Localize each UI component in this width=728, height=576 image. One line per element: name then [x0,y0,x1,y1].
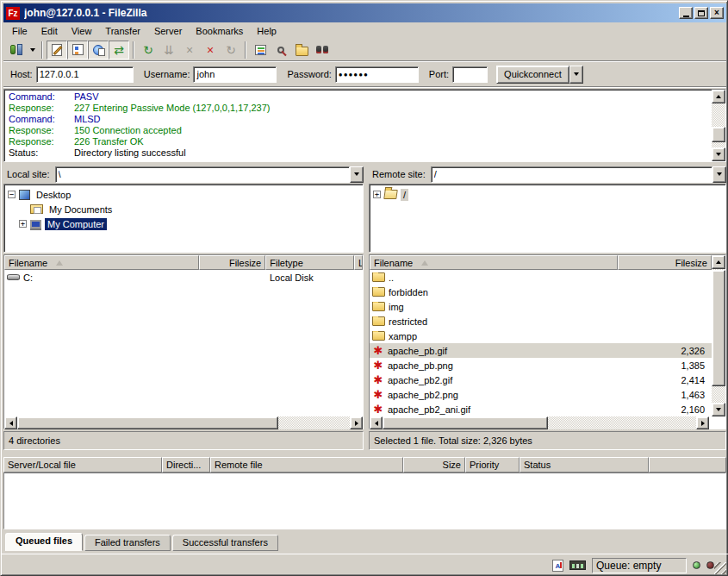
refresh-button[interactable]: ↻ [138,41,159,59]
host-input[interactable] [36,66,134,83]
remote-file-row[interactable]: forbidden [370,285,725,299]
menu-bookmarks[interactable]: Bookmarks [189,23,250,39]
local-site-combo[interactable] [55,166,364,183]
directory-comparison-button[interactable] [271,41,291,59]
remote-file-row[interactable]: .. [370,270,725,285]
synchronized-browsing-button[interactable] [291,41,312,59]
tab-queued-files[interactable]: Queued files [5,533,83,551]
remote-scroll-up-button[interactable] [712,255,725,269]
reconnect-button[interactable]: ↻ [221,41,241,59]
remote-file-row[interactable]: img [370,299,725,314]
close-button[interactable]: × [710,7,724,19]
process-queue-button[interactable]: ⇊ [159,41,179,59]
tab-successful-transfers[interactable]: Successful transfers [172,535,278,551]
remote-site-combo[interactable] [431,166,726,183]
remote-column-filename[interactable]: Filename [370,255,618,270]
remote-file-row-selected[interactable]: ✱apache_pb.gif 2,326 [370,343,725,358]
collapse-icon[interactable]: − [8,191,16,198]
remote-file-row[interactable]: ✱apache_pb2_ani.gif 2,160 [370,402,725,416]
remote-file-row[interactable]: xampp [370,329,725,343]
arrow-right-icon [355,421,358,426]
menu-server[interactable]: Server [147,23,189,39]
toggle-remote-tree-button[interactable] [88,41,109,59]
remote-site-dropdown[interactable] [712,166,726,183]
site-manager-button[interactable] [6,41,27,59]
tree-item-my-documents[interactable]: My Documents [19,202,363,216]
log-line: Response:150 Connection accepted [9,125,725,136]
queue-column-priority[interactable]: Priority [465,457,520,473]
tab-failed-transfers[interactable]: Failed transfers [84,535,171,551]
remote-scroll-right-button[interactable] [696,416,709,429]
local-scroll-right-button[interactable] [350,416,363,429]
log-scrollbar-thumb[interactable] [712,127,725,142]
transfer-type-indicator-icon[interactable]: A [552,560,563,572]
local-column-lastmodified[interactable]: L [354,255,363,270]
remote-site-input[interactable] [431,166,712,183]
find-files-button[interactable] [312,41,333,59]
local-site-dropdown[interactable] [350,166,364,183]
site-manager-dropdown[interactable] [27,41,38,59]
local-column-filesize[interactable]: Filesize [199,255,265,270]
toolbar-separator [41,41,43,59]
local-file-pane: Filename Filesize Filetype L C: Local Di… [3,254,364,429]
menu-edit[interactable]: Edit [34,23,65,39]
username-input[interactable] [193,66,277,83]
tree-item-my-computer[interactable]: + My Computer [19,216,363,231]
remote-column-filesize[interactable]: Filesize [618,255,712,270]
queue-column-server-local-file[interactable]: Server/Local file [3,457,162,473]
queue-column-status[interactable]: Status [520,457,649,473]
menu-help[interactable]: Help [250,23,283,39]
disconnect-button[interactable]: × [200,41,221,59]
toolbar-separator [133,41,134,59]
remote-file-row[interactable]: ✱apache_pb.png 1,385 [370,358,725,373]
remote-vscroll-thumb[interactable] [712,270,725,386]
queue-column-direction[interactable]: Directi... [162,457,210,473]
cancel-operation-button[interactable]: × [179,41,200,59]
remote-file-row[interactable]: restricted [370,314,725,329]
folder-icon [372,302,385,311]
password-label: Password: [287,69,331,79]
queue-column-size[interactable]: Size [403,457,465,473]
remote-scroll-left-button[interactable] [370,416,383,429]
menu-transfer[interactable]: Transfer [98,23,147,39]
socket-indicator-icon[interactable] [569,560,586,570]
folder-icon [372,316,385,326]
menu-view[interactable]: View [65,23,99,39]
local-site-input[interactable] [55,166,350,183]
directory-listing-filters-button[interactable] [250,41,271,59]
resize-grip[interactable] [714,562,726,574]
queue-list[interactable] [3,473,726,529]
local-column-filename[interactable]: Filename [4,255,199,270]
remote-hscroll-thumb[interactable] [383,416,548,429]
image-file-icon: ✱ [372,345,384,356]
local-hscroll-thumb[interactable] [17,416,278,429]
remote-status-bar: Selected 1 file. Total size: 2,326 bytes [369,431,726,450]
menu-file[interactable]: File [5,23,34,39]
local-column-filetype[interactable]: Filetype [265,255,354,270]
log-scroll-up-button[interactable] [712,90,725,103]
queue-column-remote-file[interactable]: Remote file [210,457,403,473]
toggle-transfer-queue-button[interactable]: ⇄ [109,41,129,59]
toggle-local-tree-button[interactable] [67,41,88,59]
remote-status-text: Selected 1 file. Total size: 2,326 bytes [374,435,532,446]
message-log-icon [52,44,62,56]
expand-icon[interactable]: + [373,191,381,198]
remote-file-row[interactable]: ✱apache_pb2.png 1,463 [370,387,725,402]
log-scroll-down-button[interactable] [712,147,725,161]
local-scroll-left-button[interactable] [4,416,17,429]
tree-item-desktop[interactable]: − Desktop [8,187,363,202]
tree-item-root[interactable]: + / [373,187,725,202]
quickconnect-button[interactable]: Quickconnect [496,66,569,84]
expand-icon[interactable]: + [19,220,27,228]
my-computer-icon [30,220,41,229]
toggle-message-log-button[interactable] [47,41,67,59]
minimize-button[interactable] [679,7,693,19]
quickconnect-dropdown[interactable] [569,66,583,84]
maximize-button[interactable] [694,7,708,19]
remote-scroll-down-button[interactable] [712,403,725,416]
local-directory-tree: − Desktop My Documents + My Computer [3,184,364,253]
port-input[interactable] [452,66,488,83]
password-input[interactable] [335,66,419,83]
local-file-row[interactable]: C: Local Disk [4,270,363,285]
remote-file-row[interactable]: ✱apache_pb2.gif 2,414 [370,373,725,387]
